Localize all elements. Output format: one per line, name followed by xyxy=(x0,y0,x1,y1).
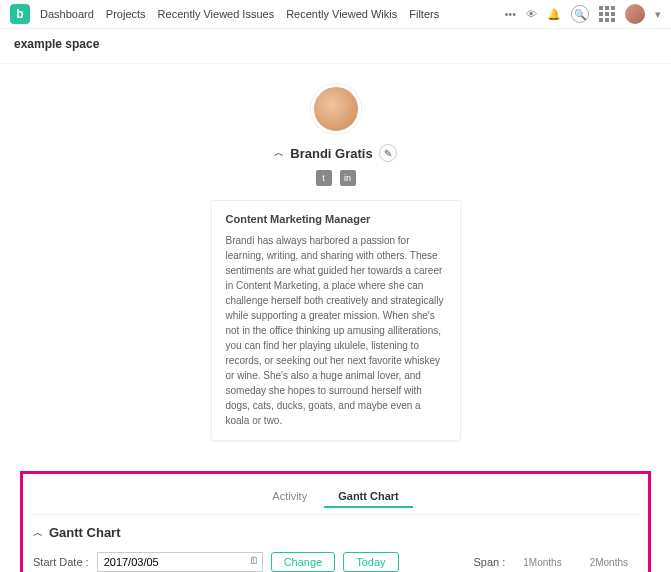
profile-section: ︿ Brandi Gratis ✎ t in Content Marketing… xyxy=(0,64,671,471)
search-icon[interactable]: 🔍 xyxy=(571,5,589,23)
today-button[interactable]: Today xyxy=(343,552,398,572)
nav-recent-issues[interactable]: Recently Viewed Issues xyxy=(158,8,275,20)
apps-icon[interactable] xyxy=(599,6,615,22)
span-label: Span : xyxy=(473,556,505,568)
gantt-controls-row1: Start Date : 🗓 Change Today Span : 1Mont… xyxy=(31,548,640,572)
change-button[interactable]: Change xyxy=(271,552,336,572)
bio-card: Content Marketing Manager Brandi has alw… xyxy=(211,200,461,441)
nav-projects[interactable]: Projects xyxy=(106,8,146,20)
user-avatar[interactable] xyxy=(625,4,645,24)
nav-dashboard[interactable]: Dashboard xyxy=(40,8,94,20)
linkedin-icon[interactable]: in xyxy=(340,170,356,186)
nav-filters[interactable]: Filters xyxy=(409,8,439,20)
app-logo[interactable]: b xyxy=(10,4,30,24)
avatar-dropdown-icon[interactable]: ▾ xyxy=(655,8,661,21)
bio-text: Brandi has always harbored a passion for… xyxy=(226,233,446,428)
bell-icon[interactable]: 🔔 xyxy=(547,8,561,21)
main-nav: Dashboard Projects Recently Viewed Issue… xyxy=(40,8,439,20)
collapse-icon[interactable]: ︿ xyxy=(274,146,284,160)
space-title: example space xyxy=(0,29,671,64)
gantt-highlight: Activity Gantt Chart ︿ Gantt Chart Start… xyxy=(20,471,651,572)
tabs-row: Activity Gantt Chart xyxy=(31,480,640,515)
profile-avatar xyxy=(311,84,361,134)
gantt-section-title: Gantt Chart xyxy=(49,525,121,540)
start-date-label: Start Date : xyxy=(33,556,89,568)
profile-name: Brandi Gratis xyxy=(290,146,372,161)
start-date-wrap: 🗓 xyxy=(97,552,263,572)
edit-profile-icon[interactable]: ✎ xyxy=(379,144,397,162)
tab-activity[interactable]: Activity xyxy=(258,486,321,506)
bio-role: Content Marketing Manager xyxy=(226,213,446,225)
start-date-input[interactable] xyxy=(97,552,263,572)
more-icon[interactable]: ••• xyxy=(504,8,516,20)
top-navbar: b Dashboard Projects Recently Viewed Iss… xyxy=(0,0,671,29)
tab-gantt[interactable]: Gantt Chart xyxy=(324,486,413,508)
social-links: t in xyxy=(0,170,671,186)
calendar-icon[interactable]: 🗓 xyxy=(249,555,259,566)
span-2m[interactable]: 2Months xyxy=(580,555,638,570)
watch-icon[interactable]: 👁 xyxy=(526,8,537,20)
section-collapse-icon[interactable]: ︿ xyxy=(33,526,43,540)
profile-name-row: ︿ Brandi Gratis ✎ xyxy=(0,144,671,162)
nav-recent-wikis[interactable]: Recently Viewed Wikis xyxy=(286,8,397,20)
span-1m[interactable]: 1Months xyxy=(513,555,571,570)
twitter-icon[interactable]: t xyxy=(316,170,332,186)
gantt-section-header: ︿ Gantt Chart xyxy=(31,515,640,548)
topbar-right: ••• 👁 🔔 🔍 ▾ xyxy=(504,4,661,24)
